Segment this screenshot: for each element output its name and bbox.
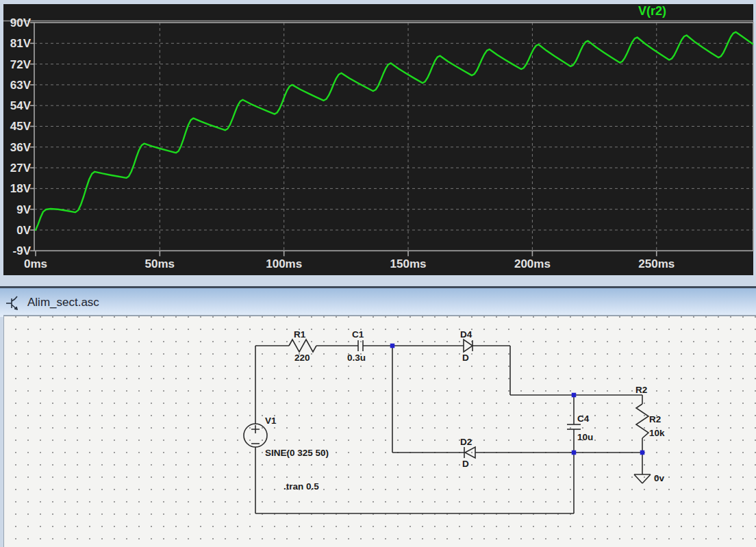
y-tick-label: 18V <box>10 182 32 195</box>
y-tick-label: 72V <box>10 58 32 71</box>
x-tick-label: 150ms <box>390 257 427 270</box>
schematic-drawing[interactable]: R1 220 C1 0.3u D4 D D2 D <box>0 315 756 547</box>
junction-node <box>572 393 577 398</box>
schematic-titlebar[interactable]: Alim_sect.asc <box>0 286 756 317</box>
schematic-window: Alim_sect.asc R1 <box>0 276 756 547</box>
spice-directive[interactable]: .tran 0.5 <box>284 481 319 492</box>
junction-node <box>640 450 645 455</box>
y-tick-label: 90V <box>10 16 32 29</box>
d2-ref[interactable]: D2 <box>460 437 472 447</box>
c4-ref[interactable]: C4 <box>577 414 590 424</box>
y-tick-label: 9V <box>16 203 31 216</box>
x-tick-label: 0ms <box>24 257 47 270</box>
c4-value[interactable]: 10u <box>577 432 593 442</box>
x-tick-label: 100ms <box>266 257 302 270</box>
x-tick-label: 250ms <box>638 257 675 270</box>
component-V1[interactable]: V1 SINE(0 325 50) <box>244 416 329 458</box>
schematic-file-icon <box>5 294 22 312</box>
r2-net-label[interactable]: R2 <box>635 385 647 395</box>
component-R1[interactable]: R1 220 <box>289 329 316 363</box>
r1-value[interactable]: 220 <box>294 353 310 363</box>
y-tick-label: 54V <box>10 99 32 112</box>
r1-ref[interactable]: R1 <box>294 329 306 340</box>
d4-ref[interactable]: D4 <box>460 329 473 340</box>
waveform-viewer-pane[interactable]: 90V81V72V63V54V45V36V27V18V9V0V-9V0ms50m… <box>0 0 756 276</box>
y-tick-label: 36V <box>10 141 32 154</box>
plot-background <box>3 4 753 275</box>
junction-node <box>390 344 395 348</box>
trace-legend-label[interactable]: V(r2) <box>638 4 666 18</box>
ltspice-screen: { "chart_data": { "type": "line", "title… <box>0 0 756 547</box>
ground-label[interactable]: 0v <box>654 473 665 483</box>
wire-junctions <box>390 344 645 455</box>
y-tick-label: 45V <box>10 120 32 133</box>
c1-ref[interactable]: C1 <box>352 329 364 340</box>
ground-symbol[interactable]: 0v <box>634 473 665 483</box>
x-tick-label: 200ms <box>514 257 551 270</box>
v1-value[interactable]: SINE(0 325 50) <box>265 448 329 458</box>
waveform-plot[interactable]: 90V81V72V63V54V45V36V27V18V9V0V-9V0ms50m… <box>0 0 756 276</box>
c1-value[interactable]: 0.3u <box>347 353 366 363</box>
y-tick-label: 81V <box>10 37 32 50</box>
y-tick-label: 27V <box>10 162 32 175</box>
component-R2[interactable]: R2 R2 10k <box>635 385 665 438</box>
d2-value[interactable]: D <box>462 459 469 469</box>
component-C4[interactable]: C4 10u <box>567 414 593 442</box>
x-tick-label: 50ms <box>145 257 175 270</box>
r2-value[interactable]: 10k <box>649 428 665 438</box>
r2-ref[interactable]: R2 <box>649 414 661 424</box>
d4-value[interactable]: D <box>462 353 469 363</box>
y-tick-label: 63V <box>10 79 32 92</box>
v1-ref[interactable]: V1 <box>265 416 277 426</box>
junction-node <box>572 450 577 455</box>
y-tick-label: 0V <box>16 224 31 237</box>
schematic-window-title: Alim_sect.asc <box>27 296 99 309</box>
y-tick-label: -9V <box>13 244 32 257</box>
